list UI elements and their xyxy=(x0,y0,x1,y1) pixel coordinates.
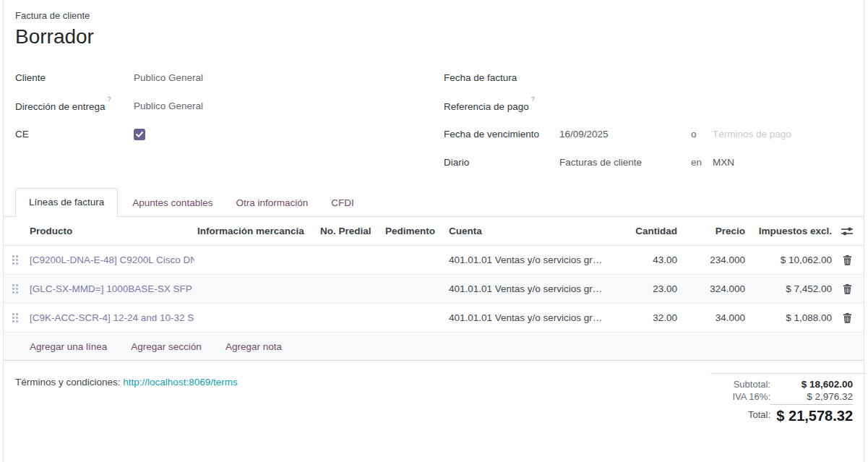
referencia-pago-label: Referencia de pago? xyxy=(444,100,559,112)
table-add-row: Agregar una línea Agregar sección Agrega… xyxy=(4,333,864,361)
product-cell[interactable]: [C9K-ACC-SCR-4] 12-24 and 10-32 SC xyxy=(27,312,194,323)
drag-handle[interactable] xyxy=(4,284,27,294)
tab-apuntes-contables[interactable]: Apuntes contables xyxy=(132,189,212,216)
delete-line-button[interactable] xyxy=(835,313,864,323)
account-cell[interactable]: 401.01.01 Ventas y/o servicios gr… xyxy=(446,283,611,294)
field-row-referencia-pago: Referencia de pago? xyxy=(444,92,863,120)
table-header-row: Producto Información mercancia No. Predi… xyxy=(4,217,864,246)
terms-label: Términos y condiciones: xyxy=(15,377,121,388)
drag-handle-icon xyxy=(12,284,19,294)
fecha-vencimiento-value[interactable]: 16/09/2025 xyxy=(559,129,691,140)
tax-label: IVA 16%: xyxy=(732,391,770,402)
tab-lineas-de-factura[interactable]: Líneas de factura xyxy=(15,188,118,217)
subtotal-value: $ 18,602.00 xyxy=(770,379,853,390)
delete-line-button[interactable] xyxy=(835,255,864,265)
header-producto[interactable]: Producto xyxy=(27,226,194,236)
delete-line-button[interactable] xyxy=(835,284,864,294)
header-info-mercancia[interactable]: Información mercancia xyxy=(194,226,317,236)
invoice-lines-table: Producto Información mercancia No. Predi… xyxy=(4,217,864,361)
notebook-tabs: Líneas de factura Apuntes contables Otra… xyxy=(4,189,864,217)
table-row: [C9K-ACC-SCR-4] 12-24 and 10-32 SC 401.0… xyxy=(4,304,864,333)
add-note-link[interactable]: Agregar nota xyxy=(225,341,282,352)
price-cell[interactable]: 324.000 xyxy=(680,283,748,294)
right-field-group: Fecha de factura Referencia de pago? Fec… xyxy=(444,64,863,176)
total-label: Total: xyxy=(748,409,770,420)
invoice-status-title: Borrador xyxy=(15,25,94,48)
drag-handle[interactable] xyxy=(4,313,27,322)
quantity-cell[interactable]: 43.00 xyxy=(611,254,680,265)
help-icon: ? xyxy=(531,95,535,103)
terms-and-conditions: Términos y condiciones: http://localhost… xyxy=(15,377,238,388)
field-row-direccion: Dirección de entrega? Publico General xyxy=(15,92,420,120)
header-no-predial[interactable]: No. Predial xyxy=(317,226,382,236)
cliente-label: Cliente xyxy=(15,72,134,83)
tab-cfdi[interactable]: CFDI xyxy=(331,189,354,216)
quantity-cell[interactable]: 32.00 xyxy=(611,312,680,323)
drag-handle-icon xyxy=(12,313,19,322)
invoice-form-sheet: Factura de cliente Borrador Cliente Publ… xyxy=(3,0,864,462)
tax-value: $ 2,976.32 xyxy=(770,391,853,402)
field-row-fecha-factura: Fecha de factura xyxy=(444,64,863,92)
field-row-diario: Diario Facturas de cliente en MXN xyxy=(444,148,863,176)
tab-otra-informacion[interactable]: Otra información xyxy=(236,189,308,216)
drag-handle[interactable] xyxy=(4,255,27,265)
optional-columns-button[interactable] xyxy=(835,226,864,236)
subtotal-cell[interactable]: $ 10,062.00 xyxy=(748,254,835,265)
header-pedimento[interactable]: Pedimento xyxy=(382,226,446,236)
subtotal-row: Subtotal: $ 18,602.00 xyxy=(710,379,866,390)
add-line-link[interactable]: Agregar una línea xyxy=(30,341,107,352)
totals-summary: Subtotal: $ 18,602.00 IVA 16%: $ 2,976.3… xyxy=(710,373,866,426)
left-field-group: Cliente Publico General Dirección de ent… xyxy=(15,64,420,148)
price-cell[interactable]: 34.000 xyxy=(680,312,748,323)
quantity-cell[interactable]: 23.00 xyxy=(611,283,680,294)
direccion-value[interactable]: Publico General xyxy=(134,100,203,111)
header-cantidad[interactable]: Cantidad xyxy=(611,226,680,236)
total-value: $ 21,578.32 xyxy=(770,404,853,424)
trash-icon xyxy=(843,284,852,294)
table-row: [C9200L-DNA-E-48] C9200L Cisco DN 401.01… xyxy=(4,246,864,275)
payment-terms-field[interactable]: Términos de pago xyxy=(713,129,791,140)
header-precio[interactable]: Precio xyxy=(680,226,748,236)
ce-label: CE xyxy=(15,129,134,140)
fecha-vencimiento-label: Fecha de vencimiento xyxy=(444,129,559,140)
invoice-header: Factura de cliente Borrador xyxy=(15,10,94,48)
subtotal-cell[interactable]: $ 1,088.00 xyxy=(748,312,835,323)
subtotal-label: Subtotal: xyxy=(734,379,770,390)
ce-checkbox[interactable] xyxy=(134,129,145,140)
field-row-cliente: Cliente Publico General xyxy=(15,64,420,92)
table-row: [GLC-SX-MMD=] 1000BASE-SX SFP tr 401.01.… xyxy=(4,275,864,304)
account-cell[interactable]: 401.01.01 Ventas y/o servicios gr… xyxy=(446,254,611,265)
header-cuenta[interactable]: Cuenta xyxy=(446,226,611,236)
en-connector-text: en xyxy=(691,157,713,168)
account-cell[interactable]: 401.01.01 Ventas y/o servicios gr… xyxy=(446,312,611,323)
o-connector-text: o xyxy=(691,129,713,140)
diario-value[interactable]: Facturas de cliente xyxy=(559,157,691,168)
product-cell[interactable]: [C9200L-DNA-E-48] C9200L Cisco DN xyxy=(27,254,194,265)
drag-handle-icon xyxy=(12,255,19,265)
field-row-ce: CE xyxy=(15,120,420,148)
add-section-link[interactable]: Agregar sección xyxy=(131,341,202,352)
check-icon xyxy=(136,132,143,137)
currency-value[interactable]: MXN xyxy=(713,157,734,168)
tax-row: IVA 16%: $ 2,976.32 xyxy=(710,391,866,402)
trash-icon xyxy=(843,313,852,323)
diario-label: Diario xyxy=(444,157,559,168)
help-icon: ? xyxy=(108,95,111,103)
header-impuestos-excl[interactable]: Impuestos excl. xyxy=(748,226,835,236)
product-cell[interactable]: [GLC-SX-MMD=] 1000BASE-SX SFP tr xyxy=(27,283,194,294)
fecha-factura-label: Fecha de factura xyxy=(444,72,559,83)
price-cell[interactable]: 234.000 xyxy=(680,254,748,265)
direccion-label: Dirección de entrega? xyxy=(15,100,134,112)
total-row: Total: $ 21,578.32 xyxy=(710,404,866,424)
subtotal-cell[interactable]: $ 7,452.00 xyxy=(748,283,835,294)
trash-icon xyxy=(843,255,852,265)
sliders-icon xyxy=(841,226,854,236)
field-row-fecha-vencimiento: Fecha de vencimiento 16/09/2025 o Términ… xyxy=(444,120,863,148)
document-type-label: Factura de cliente xyxy=(15,10,94,21)
cliente-value[interactable]: Publico General xyxy=(134,72,203,83)
terms-link[interactable]: http://localhost:8069/terms xyxy=(123,377,237,388)
